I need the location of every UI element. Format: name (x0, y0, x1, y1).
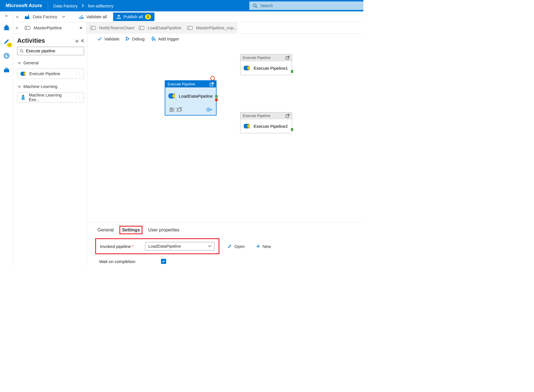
execute-pipeline-icon (243, 65, 251, 71)
debug-label: Debug (132, 36, 144, 41)
activities-group-general[interactable]: General (17, 59, 84, 66)
activities-search-input[interactable] (26, 49, 81, 53)
success-port-icon[interactable] (291, 70, 293, 73)
service-picker-label: Data Factory (33, 14, 57, 19)
global-search[interactable] (249, 1, 363, 10)
activity-item-label: Machine Learning Exe... (29, 93, 71, 102)
breadcrumb-resource[interactable]: live-adfactory (88, 3, 113, 8)
pipeline-canvas[interactable]: Execute Pipeline LoadDataPipeline (87, 44, 363, 222)
new-pipeline-button[interactable]: New (253, 244, 274, 249)
edit-icon (227, 244, 232, 249)
tab-label: MasterPipeline_cop... (196, 25, 237, 30)
tab-label: NotifyTeamsChann... (99, 25, 139, 30)
brand-label[interactable]: Microsoft Azure (0, 1, 48, 10)
node-type-label: Execute Pipeline (243, 56, 270, 60)
activities-group-ml[interactable]: Machine Learning (17, 83, 84, 90)
open-label: Open (234, 244, 245, 249)
global-search-input[interactable] (260, 3, 360, 8)
required-asterisk: * (132, 244, 134, 249)
pipeline-icon (138, 26, 145, 30)
collapse-down-icon[interactable] (75, 39, 79, 43)
code-braces-icon[interactable] (173, 108, 178, 112)
add-trigger-button[interactable]: Add trigger (151, 36, 179, 41)
open-external-icon[interactable] (286, 114, 290, 118)
factory-icon (24, 14, 30, 20)
wait-on-completion-label: Wait on completion (99, 259, 135, 264)
execute-pipeline-icon (168, 93, 176, 99)
node-type-label: Execute Pipeline (168, 82, 195, 86)
add-output-icon[interactable] (206, 107, 212, 112)
svg-rect-30 (178, 108, 181, 112)
nav-home[interactable] (1, 22, 12, 32)
svg-rect-19 (22, 95, 24, 96)
plus-icon (256, 244, 260, 248)
panel-expand-button[interactable]: » (14, 14, 20, 19)
publish-count-badge: 2 (145, 14, 151, 19)
open-external-icon[interactable] (286, 56, 290, 60)
group-label: General (23, 60, 38, 65)
svg-point-13 (90, 26, 92, 30)
execute-pipeline-icon (243, 123, 251, 129)
chevron-right-icon (82, 4, 84, 7)
tree-expand-button[interactable]: » (13, 25, 21, 30)
tab-label: MasterPipeline (34, 25, 62, 30)
tab-master-copy[interactable]: MasterPipeline_cop... (183, 22, 237, 34)
activities-title: Activities (17, 37, 45, 44)
activities-search[interactable] (17, 47, 84, 55)
success-port-icon[interactable] (215, 95, 218, 98)
invoked-pipeline-value: LoadDataPipeline (148, 244, 181, 249)
breadcrumb-service[interactable]: Data Factory (53, 3, 78, 8)
chevron-down-icon (62, 16, 65, 18)
failure-port-icon[interactable] (215, 98, 218, 101)
publish-all-button[interactable]: Publish all 2 (113, 13, 154, 21)
svg-line-5 (7, 55, 8, 56)
play-icon (126, 36, 130, 41)
toolbox-icon (3, 67, 10, 73)
delete-icon[interactable] (169, 107, 173, 112)
canvas-node-exec1[interactable]: Execute Pipeline Execute Pipeline1 (240, 54, 292, 75)
tab-load-data[interactable]: LoadDataPipeline (134, 22, 183, 34)
tab-notify-teams[interactable]: NotifyTeamsChann... (86, 22, 134, 34)
wait-on-completion-checkbox[interactable] (161, 259, 166, 264)
invoked-pipeline-row: Invoked pipeline * LoadDataPipeline (95, 238, 219, 254)
validate-all-button[interactable]: Validate all (76, 13, 110, 21)
activity-item-ml-execute[interactable]: Machine Learning Exe... ⋮⋮ (17, 92, 84, 102)
canvas-toolbar: Validate Debug Add trigger (87, 34, 363, 44)
validate-all-label: Validate all (86, 14, 107, 19)
search-icon (253, 3, 257, 8)
canvas-node-exec2[interactable]: Execute Pipeline Execute Pipeline2 (240, 112, 292, 133)
properties-tab-general[interactable]: General (97, 226, 114, 234)
properties-tabs: General Settings User properties (87, 225, 363, 235)
validate-all-icon (78, 15, 84, 19)
tab-master-pipeline[interactable]: MasterPipeline (21, 22, 86, 34)
collapse-left-icon[interactable] (80, 39, 84, 43)
svg-point-15 (187, 26, 189, 30)
validate-button[interactable]: Validate (97, 36, 119, 41)
add-trigger-label: Add trigger (158, 36, 179, 41)
success-port-icon[interactable] (291, 128, 293, 131)
execute-pipeline-icon (20, 71, 27, 76)
activity-item-label: Execute Pipeline (29, 71, 60, 76)
pipeline-icon (90, 26, 97, 30)
publish-all-label: Publish all (123, 14, 143, 19)
nav-author[interactable]: 2 (1, 36, 12, 47)
service-picker[interactable]: Data Factory (24, 14, 67, 20)
canvas-node-selected[interactable]: Execute Pipeline LoadDataPipeline (165, 80, 217, 116)
copy-icon[interactable] (178, 107, 182, 112)
debug-button[interactable]: Debug (126, 36, 144, 41)
open-external-icon[interactable] (210, 82, 214, 86)
nav-rail: » 2 (0, 11, 13, 267)
chevron-down-icon (18, 61, 21, 64)
nav-manage[interactable] (1, 65, 12, 75)
nav-monitor[interactable] (1, 51, 12, 61)
invoked-pipeline-select[interactable]: LoadDataPipeline (145, 242, 215, 251)
properties-tab-userprops[interactable]: User properties (148, 226, 179, 234)
properties-tab-settings[interactable]: Settings (119, 226, 142, 234)
svg-rect-2 (5, 27, 8, 30)
rail-expand-button[interactable]: » (5, 13, 8, 18)
new-label: New (262, 244, 271, 249)
open-pipeline-button[interactable]: Open (224, 244, 248, 249)
pipeline-icon (25, 26, 31, 30)
activity-item-execute-pipeline[interactable]: Execute Pipeline ⋮⋮ (17, 69, 84, 79)
node-action-bar (165, 104, 216, 115)
